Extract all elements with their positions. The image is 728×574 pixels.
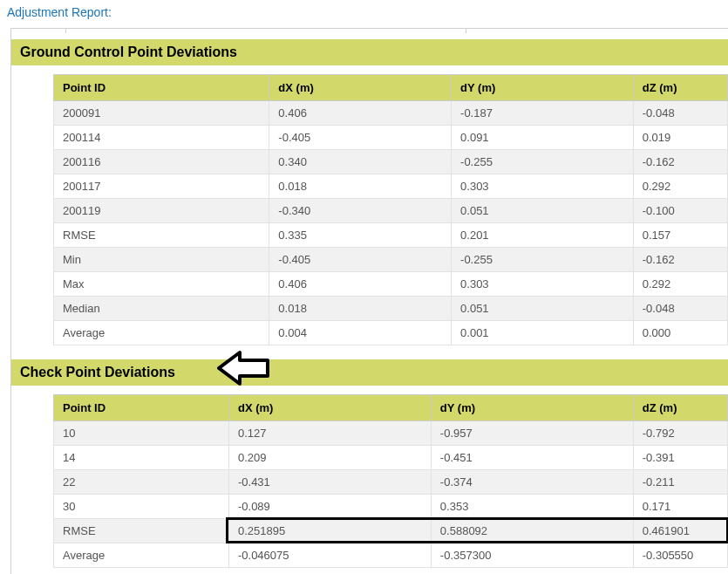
table-row: Average0.0040.0010.000 xyxy=(54,321,728,345)
gcp-th-dx: dX (m) xyxy=(269,75,452,101)
report-title: Adjustment Report: xyxy=(0,0,728,23)
table-cell: 0.588092 xyxy=(431,519,633,543)
table-cell: -0.374 xyxy=(431,470,633,495)
table-row: Median0.0180.051-0.048 xyxy=(54,297,728,321)
table-cell: -0.792 xyxy=(633,421,727,446)
table-row: 200119-0.3400.051-0.100 xyxy=(54,199,728,223)
table-row: 2001160.340-0.255-0.162 xyxy=(54,150,728,174)
table-cell: 0.303 xyxy=(452,174,634,199)
table-cell: Average xyxy=(54,321,269,345)
table-cell: Max xyxy=(54,272,269,297)
table-row: RMSE0.3350.2010.157 xyxy=(54,223,728,248)
table-cell: 0.091 xyxy=(452,126,634,150)
table-row: 2000910.406-0.187-0.048 xyxy=(54,101,728,126)
table-cell: 30 xyxy=(54,495,229,519)
table-row: Min-0.405-0.255-0.162 xyxy=(54,248,728,272)
table-cell: Median xyxy=(54,297,269,321)
table-row: 100.127-0.957-0.792 xyxy=(54,421,728,446)
table-cell: 0.001 xyxy=(452,321,634,345)
cp-section-title-text: Check Point Deviations xyxy=(20,365,175,379)
table-cell: 0.127 xyxy=(228,421,431,446)
table-cell: 0.340 xyxy=(269,150,452,174)
gcp-th-dz: dZ (m) xyxy=(633,75,727,101)
table-cell: 0.004 xyxy=(269,321,452,345)
table-cell: -0.431 xyxy=(228,470,431,495)
table-cell: -0.391 xyxy=(633,446,727,470)
table-cell: 0.406 xyxy=(269,101,452,126)
cp-table: Point ID dX (m) dY (m) dZ (m) 100.127-0.… xyxy=(53,394,728,568)
table-cell: -0.357300 xyxy=(431,543,633,568)
cp-th-pointid: Point ID xyxy=(54,395,229,421)
table-cell: 10 xyxy=(54,421,229,446)
table-row: 30-0.0890.3530.171 xyxy=(54,495,728,519)
table-cell: -0.187 xyxy=(452,101,634,126)
tab-stub xyxy=(65,28,466,33)
table-cell: 0.251895 xyxy=(228,519,431,543)
cp-table-wrap: Point ID dX (m) dY (m) dZ (m) 100.127-0.… xyxy=(11,386,728,574)
table-cell: -0.305550 xyxy=(633,543,727,568)
table-row: Average-0.046075-0.357300-0.305550 xyxy=(54,543,728,568)
table-cell: -0.255 xyxy=(452,248,634,272)
cp-section-title: Check Point Deviations xyxy=(11,359,728,386)
table-cell: 0.335 xyxy=(269,223,452,248)
table-cell: 14 xyxy=(54,446,229,470)
table-cell: 0.157 xyxy=(633,223,727,248)
table-cell: 200114 xyxy=(54,126,269,150)
table-cell: -0.405 xyxy=(269,126,452,150)
table-cell: 0.303 xyxy=(452,272,634,297)
table-cell: 0.018 xyxy=(269,297,452,321)
table-cell: -0.162 xyxy=(633,248,727,272)
table-cell: -0.340 xyxy=(269,199,452,223)
table-row: 22-0.431-0.374-0.211 xyxy=(54,470,728,495)
table-row: 2001170.0180.3030.292 xyxy=(54,174,728,199)
table-cell: -0.162 xyxy=(633,150,727,174)
table-cell: -0.046075 xyxy=(228,543,431,568)
table-cell: 0.000 xyxy=(633,321,727,345)
table-row: RMSE0.2518950.5880920.461901 xyxy=(54,519,728,543)
table-cell: RMSE xyxy=(54,519,229,543)
table-cell: -0.048 xyxy=(633,297,727,321)
table-cell: 200116 xyxy=(54,150,269,174)
table-cell: -0.048 xyxy=(633,101,727,126)
report-panel: Ground Control Point Deviations Point ID… xyxy=(10,28,728,574)
gcp-table: Point ID dX (m) dY (m) dZ (m) 2000910.40… xyxy=(53,74,728,345)
table-cell: 0.209 xyxy=(228,446,431,470)
table-cell: 0.292 xyxy=(633,272,727,297)
table-cell: -0.100 xyxy=(633,199,727,223)
table-cell: 0.171 xyxy=(633,495,727,519)
table-cell: 0.353 xyxy=(431,495,633,519)
table-cell: -0.957 xyxy=(431,421,633,446)
table-cell: 200119 xyxy=(54,199,269,223)
table-cell: -0.089 xyxy=(228,495,431,519)
table-row: 140.209-0.451-0.391 xyxy=(54,446,728,470)
table-cell: 0.018 xyxy=(269,174,452,199)
cp-th-dz: dZ (m) xyxy=(633,395,727,421)
table-cell: 0.051 xyxy=(452,199,634,223)
gcp-section-title: Ground Control Point Deviations xyxy=(11,39,728,65)
table-cell: 200117 xyxy=(54,174,269,199)
table-cell: RMSE xyxy=(54,223,269,248)
table-cell: 0.201 xyxy=(452,223,634,248)
table-cell: -0.255 xyxy=(452,150,634,174)
table-cell: -0.211 xyxy=(633,470,727,495)
table-cell: 22 xyxy=(54,470,229,495)
table-row: 200114-0.4050.0910.019 xyxy=(54,126,728,150)
table-cell: Min xyxy=(54,248,269,272)
cp-th-dx: dX (m) xyxy=(228,395,431,421)
gcp-table-wrap: Point ID dX (m) dY (m) dZ (m) 2000910.40… xyxy=(11,65,728,354)
table-cell: 0.019 xyxy=(633,126,727,150)
table-cell: -0.405 xyxy=(269,248,452,272)
table-cell: Average xyxy=(54,543,229,568)
table-cell: 0.051 xyxy=(452,297,634,321)
gcp-header-row: Point ID dX (m) dY (m) dZ (m) xyxy=(54,75,728,101)
table-cell: -0.451 xyxy=(431,446,633,470)
gcp-th-dy: dY (m) xyxy=(452,75,634,101)
table-row: Max0.4060.3030.292 xyxy=(54,272,728,297)
table-cell: 0.406 xyxy=(269,272,452,297)
cp-th-dy: dY (m) xyxy=(431,395,633,421)
gcp-th-pointid: Point ID xyxy=(54,75,269,101)
table-cell: 200091 xyxy=(54,101,269,126)
table-cell: 0.461901 xyxy=(633,519,727,543)
table-cell: 0.292 xyxy=(633,174,727,199)
cp-header-row: Point ID dX (m) dY (m) dZ (m) xyxy=(54,395,728,421)
